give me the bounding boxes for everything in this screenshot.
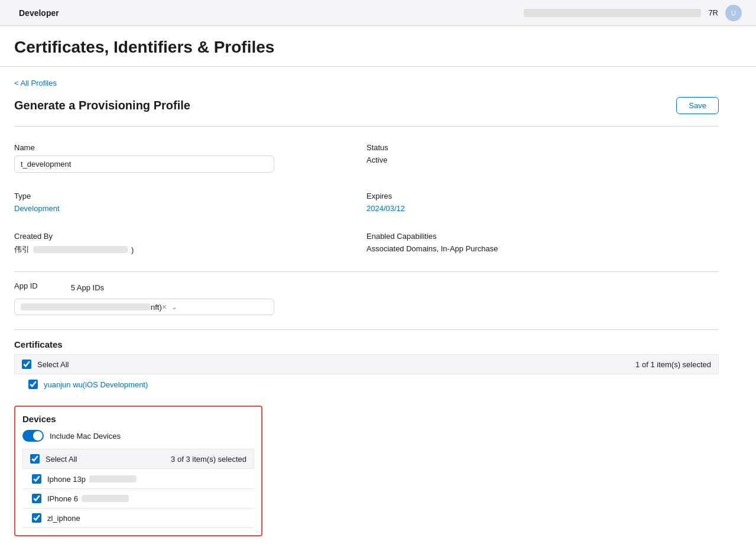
- app-id-header: App ID 5 App IDs: [14, 281, 719, 294]
- toggle-slider: [22, 430, 44, 442]
- save-button[interactable]: Save: [676, 97, 719, 114]
- app-id-clear-icon[interactable]: ×: [162, 302, 167, 312]
- expires-label: Expires: [366, 192, 719, 200]
- app-id-section: App ID 5 App IDs nft) × ⌄: [14, 281, 719, 315]
- created-by-section: Created By 伟引 ): [14, 225, 366, 262]
- section-header: Generate a Provisioning Profile Save: [14, 97, 719, 114]
- enabled-cap-section: Enabled Capabilities Associated Domains,…: [366, 225, 719, 262]
- breadcrumb: All Profiles: [14, 79, 719, 88]
- name-input[interactable]: [14, 156, 274, 173]
- device-row-0: Iphone 13p: [22, 469, 254, 489]
- cert-select-all-row: Select All 1 of 1 item(s) selected: [14, 354, 719, 374]
- form-grid-type-expires: Type Development Expires 2024/03/12: [14, 184, 719, 220]
- all-profiles-link[interactable]: All Profiles: [14, 79, 57, 88]
- devices-section: Devices Include Mac Devices Select All 3…: [14, 406, 262, 536]
- created-by-blurred: [33, 246, 128, 253]
- certificates-section: Certificates Select All 1 of 1 item(s) s…: [14, 339, 719, 394]
- app-id-count: 5 App IDs: [71, 283, 104, 292]
- include-mac-label: Include Mac Devices: [50, 432, 121, 441]
- expires-value: 2024/03/12: [366, 204, 719, 213]
- device-label-2: zl_iphone: [47, 514, 80, 523]
- include-mac-toggle[interactable]: [22, 430, 44, 442]
- device-checkbox-2[interactable]: [32, 513, 41, 523]
- expires-section: Expires 2024/03/12: [366, 184, 719, 220]
- form-grid-name-status: Name Status Active: [14, 136, 719, 180]
- include-mac-row: Include Mac Devices: [22, 430, 254, 442]
- section-title: Generate a Provisioning Profile: [14, 99, 190, 112]
- cert-count: 1 of 1 item(s) selected: [635, 360, 711, 369]
- name-label: Name: [14, 143, 366, 152]
- app-id-blurred-value: [21, 303, 151, 310]
- created-by-suffix: ): [131, 245, 134, 254]
- created-by-value: 伟引 ): [14, 244, 366, 255]
- devices-select-all-checkbox[interactable]: [30, 454, 40, 464]
- app-id-label: App ID: [14, 281, 38, 290]
- status-section: Status Active: [366, 136, 719, 180]
- devices-count: 3 of 3 item(s) selected: [171, 455, 246, 464]
- header-right: 7R U: [524, 5, 742, 21]
- status-label: Status: [366, 143, 719, 152]
- created-by-label: Created By: [14, 232, 366, 241]
- type-value: Development: [14, 204, 366, 213]
- main-content: All Profiles Generate a Provisioning Pro…: [0, 67, 733, 548]
- avatar[interactable]: U: [725, 5, 742, 21]
- devices-title: Devices: [22, 414, 254, 424]
- device-label-0: Iphone 13p: [47, 475, 86, 484]
- apple-developer-logo: Developer: [14, 8, 59, 18]
- divider-top: [14, 126, 719, 127]
- cert-select-all-checkbox[interactable]: [22, 360, 31, 369]
- app-id-suffix: nft): [151, 303, 162, 312]
- cert-label-0: yuanjun wu(iOS Development): [44, 380, 148, 389]
- devices-select-all-row: Select All 3 of 3 item(s) selected: [22, 449, 254, 469]
- header-blurred-info: [524, 9, 701, 17]
- name-section: Name: [14, 136, 366, 180]
- type-section: Type Development: [14, 184, 366, 220]
- page-title-bar: Certificates, Identifiers & Profiles: [0, 26, 756, 67]
- enabled-cap-label: Enabled Capabilities: [366, 232, 719, 241]
- type-label: Type: [14, 192, 366, 200]
- device-checkbox-0[interactable]: [32, 474, 41, 484]
- form-grid-created-capabilities: Created By 伟引 ) Enabled Capabilities Ass…: [14, 225, 719, 262]
- device-0-blurred: [89, 475, 137, 482]
- certificates-label: Certificates: [14, 339, 719, 349]
- device-row-1: IPhone 6: [22, 489, 254, 509]
- app-id-select[interactable]: nft) × ⌄: [14, 299, 274, 315]
- device-1-blurred: [82, 495, 129, 502]
- created-by-prefix: 伟引: [14, 244, 30, 255]
- device-label-1: IPhone 6: [47, 494, 78, 503]
- cert-item-0: yuanjun wu(iOS Development): [14, 375, 719, 394]
- cert-checkbox-0[interactable]: [28, 380, 38, 389]
- status-value: Active: [366, 156, 719, 164]
- developer-label: Developer: [19, 8, 59, 18]
- cert-select-all-label: Select All: [37, 360, 69, 369]
- devices-select-all-label: Select All: [46, 455, 77, 464]
- enabled-cap-value: Associated Domains, In-App Purchase: [366, 244, 719, 253]
- top-header: Developer 7R U: [0, 0, 756, 26]
- device-checkbox-1[interactable]: [32, 494, 41, 503]
- user-id: 7R: [708, 8, 718, 17]
- divider-mid: [14, 271, 719, 272]
- page-title: Certificates, Identifiers & Profiles: [14, 38, 742, 57]
- device-row-2: zl_iphone: [22, 509, 254, 528]
- divider-certs: [14, 329, 719, 330]
- app-id-chevron-icon[interactable]: ⌄: [171, 303, 177, 311]
